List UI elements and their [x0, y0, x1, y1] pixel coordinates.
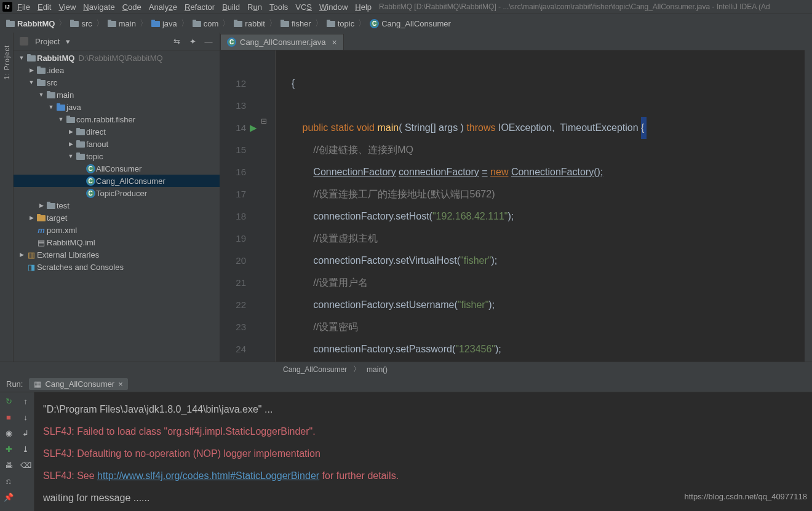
chevron-right-icon: 〉	[96, 18, 104, 29]
soft-wrap-icon[interactable]: ↲	[21, 428, 31, 438]
menu-build[interactable]: Build	[222, 2, 240, 12]
tree-test[interactable]: ▶test	[14, 199, 220, 212]
rerun-icon[interactable]: ↻	[4, 396, 14, 406]
tree-direct[interactable]: ▶direct	[14, 125, 220, 138]
svg-rect-35	[47, 202, 50, 204]
tree-scratches[interactable]: ◨Scratches and Consoles	[14, 261, 220, 273]
svg-rect-29	[76, 128, 80, 130]
window-title: RabbitMQ [D:\RabbitMQ\RabbitMQ] - ...\sr…	[379, 2, 770, 11]
run-panel: Run: ▦ Cang_AllConsumer × ↻ ■ ◉ ✚ 🖶 ⎌ 📌 …	[0, 376, 812, 511]
menu-edit[interactable]: Edit	[38, 2, 51, 12]
menu-help[interactable]: Help	[355, 2, 372, 12]
svg-rect-25	[57, 103, 60, 106]
project-pane: Project ▾ ⇆ ✦ — ▼ RabbitMQ D:\RabbitMQ\R…	[14, 33, 220, 362]
bc-fisher[interactable]: fisher	[281, 19, 311, 28]
tree-java[interactable]: ▼java	[14, 101, 220, 113]
tree-pom[interactable]: mpom.xml	[14, 224, 220, 236]
dropdown-icon[interactable]: ▾	[66, 37, 70, 46]
chevron-right-icon: 〉	[181, 18, 189, 29]
editor-tab[interactable]: C Cang_AllConsumer.java ×	[220, 34, 344, 50]
tree-root[interactable]: ▼ RabbitMQ D:\RabbitMQ\RabbitMQ	[14, 52, 220, 64]
bc-project[interactable]: RabbitMQ	[6, 19, 55, 28]
project-tool-button[interactable]: 1: Project	[3, 45, 10, 79]
tool-window-strip-left: 1: Project	[0, 33, 14, 362]
bc-class[interactable]: CCang_AllConsumer	[370, 19, 451, 28]
tree-src[interactable]: ▼src	[14, 76, 220, 89]
class-icon: C	[86, 176, 95, 186]
tree-package[interactable]: ▼com.rabbit.fisher	[14, 113, 220, 125]
console-error-line: SLF4J: Defaulting to no-operation (NOP) …	[43, 443, 803, 465]
menu-code[interactable]: Code	[122, 2, 141, 12]
print-icon[interactable]: 🖶	[4, 460, 14, 470]
tree-main[interactable]: ▼main	[14, 89, 220, 101]
project-view-icon	[20, 37, 28, 46]
fold-icon[interactable]: ⊟	[261, 117, 267, 125]
run-gutter-icon[interactable]: ▶	[250, 117, 257, 139]
breadcrumb-class[interactable]: Cang_AllConsumer	[283, 365, 347, 374]
clear-icon[interactable]: ⌫	[21, 460, 31, 470]
code-body[interactable]: { public static void main( String[] args…	[276, 50, 805, 362]
chevron-right-icon: 〉	[315, 18, 323, 29]
menu-analyze[interactable]: Analyze	[149, 2, 177, 12]
svg-rect-27	[66, 116, 70, 118]
chevron-right-icon: 〉	[58, 18, 66, 29]
expand-toggle-icon[interactable]: ▼	[17, 55, 26, 61]
tree-topicproducer[interactable]: CTopicProducer	[14, 187, 220, 199]
pin-icon[interactable]: 📌	[4, 492, 14, 502]
title-bar: IJ File Edit View Navigate Code Analyze …	[0, 0, 812, 14]
tree-cang-allconsumer[interactable]: CCang_AllConsumer	[14, 175, 220, 187]
gutter: 1213 14▶ 151617 181920 21222324	[220, 50, 257, 362]
menu-navigate[interactable]: Navigate	[83, 2, 114, 12]
code-area[interactable]: 1213 14▶ 151617 181920 21222324 ⊟ { publ…	[220, 50, 805, 362]
app-icon: IJ	[2, 2, 12, 12]
bc-rabbit[interactable]: rabbit	[234, 19, 265, 28]
tree-topic[interactable]: ▼topic	[14, 150, 220, 162]
project-pane-title[interactable]: Project	[35, 37, 60, 46]
menu-tools[interactable]: Tools	[269, 2, 288, 12]
chevron-right-icon: 〉	[353, 364, 360, 374]
exit-icon[interactable]: ⎌	[4, 476, 14, 486]
console-error-line: SLF4J: Failed to load class "org.slf4j.i…	[43, 421, 803, 443]
tool-window-strip-right	[805, 33, 812, 362]
breadcrumb-method[interactable]: main()	[367, 365, 388, 374]
dump-threads-icon[interactable]: ◉	[4, 428, 14, 438]
menu-view[interactable]: View	[58, 2, 76, 12]
bc-java[interactable]: java	[151, 19, 177, 28]
fold-gutter: ⊟	[257, 50, 276, 362]
project-tree[interactable]: ▼ RabbitMQ D:\RabbitMQ\RabbitMQ ▶.idea ▼…	[14, 50, 220, 362]
hide-icon[interactable]: —	[204, 36, 213, 46]
tree-iml[interactable]: ▤RabbitMQ.iml	[14, 236, 220, 248]
menu-file[interactable]: File	[17, 2, 30, 12]
stop-icon[interactable]: ■	[4, 412, 14, 422]
collapse-all-icon[interactable]: ⇆	[172, 36, 181, 46]
gear-icon[interactable]: ✦	[188, 36, 197, 46]
svg-rect-7	[151, 20, 155, 22]
tree-fanout[interactable]: ▶fanout	[14, 138, 220, 150]
menu-window[interactable]: Window	[319, 2, 348, 12]
down-icon[interactable]: ↓	[21, 412, 31, 422]
menu-refactor[interactable]: Refactor	[185, 2, 215, 12]
tree-idea[interactable]: ▶.idea	[14, 64, 220, 76]
console-link[interactable]: http://www.slf4j.org/codes.html#StaticLo…	[97, 470, 319, 481]
close-icon[interactable]: ×	[332, 38, 336, 47]
run-config-tab[interactable]: ▦ Cang_AllConsumer ×	[29, 378, 127, 390]
bc-com[interactable]: com	[193, 19, 219, 28]
scroll-to-end-icon[interactable]: ⤓	[21, 444, 31, 454]
project-pane-header: Project ▾ ⇆ ✦ —	[14, 33, 220, 50]
close-icon[interactable]: ×	[118, 379, 123, 389]
bc-topic[interactable]: topic	[327, 19, 354, 28]
tree-target[interactable]: ▶target	[14, 212, 220, 224]
bc-main[interactable]: main	[108, 19, 136, 28]
run-config-icon: ▦	[34, 379, 41, 389]
menu-run[interactable]: Run	[247, 2, 262, 12]
tree-ext-lib[interactable]: ▶▥External Libraries	[14, 248, 220, 261]
svg-rect-37	[37, 214, 41, 216]
layout-icon[interactable]: ✚	[4, 444, 14, 454]
tree-allconsumer[interactable]: CAllConsumer	[14, 162, 220, 175]
bc-src[interactable]: src	[70, 19, 92, 28]
svg-rect-13	[281, 20, 284, 22]
editor-breadcrumb: Cang_AllConsumer 〉 main()	[0, 362, 812, 376]
up-icon[interactable]: ↑	[21, 396, 31, 406]
svg-rect-21	[37, 79, 41, 81]
menu-vcs[interactable]: VCS	[295, 2, 312, 12]
